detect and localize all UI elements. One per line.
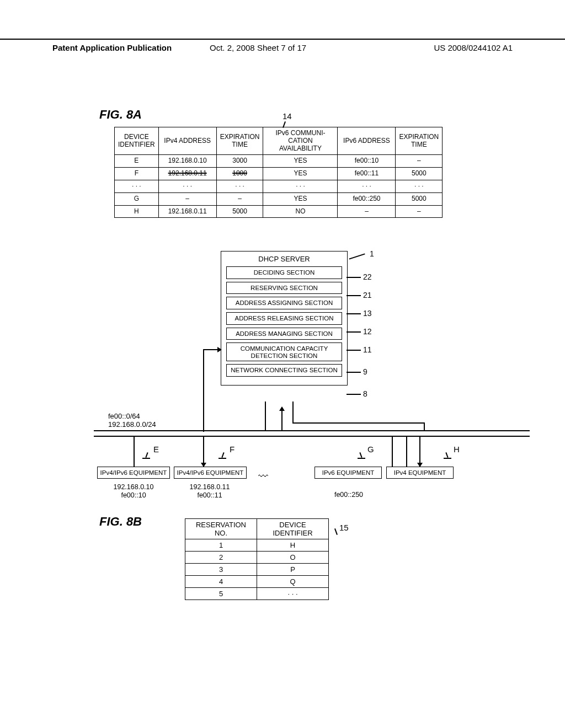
server-ref-1: 1 [370, 249, 374, 258]
equipment-f-letter: F [230, 445, 234, 454]
network-bus-top [94, 430, 530, 431]
address-table: DEVICE IDENTIFIER IPv4 ADDRESS EXPIRATIO… [114, 127, 443, 218]
network-connecting-section: NETWORK CONNECTING SECTION [226, 364, 342, 377]
drop-g [392, 436, 393, 467]
address-managing-section: ADDRESS MANAGING SECTION [226, 328, 342, 340]
reserving-section: RESERVING SECTION [226, 282, 342, 295]
ref-22: 22 [363, 272, 372, 281]
address-releasing-section: ADDRESS RELEASING SECTION [226, 312, 342, 325]
drop-h-2 [419, 436, 420, 467]
address-assigning-section: ADDRESS ASSIGNING SECTION [226, 297, 342, 309]
equipment-e-addr: 192.168.0.10fe00::10 [106, 483, 161, 500]
col-ipv6-avail: IPv6 COMMUNI-CATION AVAILABILITY [263, 127, 338, 155]
reservation-table: RESERVATION NO. DEVICE IDENTIFIER 1H 2O … [185, 518, 329, 600]
server-title: DHCP SERVER [223, 255, 345, 263]
drop-h-1 [406, 436, 407, 467]
col-exp2: EXPIRATION TIME [396, 127, 443, 155]
table-row: 3P [185, 564, 329, 576]
dhcp-server-block: DHCP SERVER DECIDING SECTION RESERVING S… [221, 251, 348, 386]
squiggle-icon: 〰 [258, 471, 268, 483]
table-row: H 192.168.0.11 5000 NO – – [115, 205, 443, 218]
server-to-net-3b [292, 422, 425, 424]
arrow-right-icon [217, 347, 222, 352]
arrow-to-managing-v [203, 349, 204, 432]
table15-leader-icon [332, 528, 340, 536]
ref-8: 8 [363, 389, 367, 398]
drop-f [203, 436, 204, 467]
col-device-id: DEVICE IDENTIFIER [115, 127, 159, 155]
page-header: Patent Application Publication Oct. 2, 2… [0, 39, 565, 52]
leader-f-icon [218, 452, 227, 460]
equipment-e-letter: E [153, 445, 159, 454]
ref-12: 12 [363, 327, 372, 336]
table-row: 5· · · [185, 588, 329, 600]
drop-e [134, 436, 135, 467]
header-publication: Patent Application Publication [52, 43, 172, 52]
deciding-section: DECIDING SECTION [226, 266, 342, 279]
leader-h-icon [443, 452, 451, 460]
equipment-g-letter: G [367, 445, 374, 454]
equipment-g-box: IPv6 EQUIPMENT [315, 467, 382, 479]
col-reservation-no: RESERVATION NO. [185, 519, 257, 539]
equipment-e-box: IPv4/IPv6 EQUIPMENT [97, 467, 170, 479]
table15-refnum: 15 [339, 523, 349, 532]
ref-21: 21 [363, 291, 372, 299]
table-row: 1H [185, 539, 329, 552]
comm-capacity-section: COMMUNICATION CAPACITY DETECTION SECTION [226, 342, 342, 361]
table-row: E 192.168.0.10 3000 YES fe00::10 – [115, 155, 443, 168]
leader-g-icon [356, 452, 365, 460]
col-device-id2: DEVICE IDENTIFIER [257, 519, 329, 539]
col-exp1: EXPIRATION TIME [216, 127, 263, 155]
col-ipv4: IPv4 ADDRESS [158, 127, 216, 155]
server-to-net-1 [265, 402, 266, 431]
header-pubno: US 2008/0244102 A1 [434, 43, 513, 52]
equipment-h-box: IPv4 EQUIPMENT [386, 467, 454, 479]
server-to-net-2 [281, 407, 282, 431]
ref-9: 9 [363, 367, 367, 376]
table-row: 4Q [185, 576, 329, 588]
ref-13: 13 [363, 309, 372, 318]
equipment-g-addr: fe00::250 [321, 491, 376, 499]
network-prefixes: fe00::0/64 192.168.0.0/24 [108, 413, 156, 429]
equipment-f-addr: 192.168.0.11fe00::11 [182, 483, 237, 500]
table-row: F 192.168.0.11 1000 YES fe00::11 5000 [115, 168, 443, 180]
server-to-net-3a [292, 402, 294, 424]
col-ipv6: IPv6 ADDRESS [338, 127, 396, 155]
network-bus [94, 436, 530, 437]
figure-8a-label: FIG. 8A [99, 108, 142, 122]
equipment-f-box: IPv4/IPv6 EQUIPMENT [174, 467, 247, 479]
table-row: · · · · · · · · · · · · · · · · · · [115, 180, 443, 192]
figure-8b-label: FIG. 8B [99, 515, 142, 529]
header-sheet: Oct. 2, 2008 Sheet 7 of 17 [210, 43, 306, 52]
equipment-h-letter: H [454, 445, 460, 454]
leader-e-icon [142, 452, 151, 460]
table14-refnum: 14 [282, 111, 292, 121]
table-row: G – – YES fe00::250 5000 [115, 192, 443, 205]
table-row: 2O [185, 552, 329, 564]
ref-11: 11 [363, 345, 372, 354]
